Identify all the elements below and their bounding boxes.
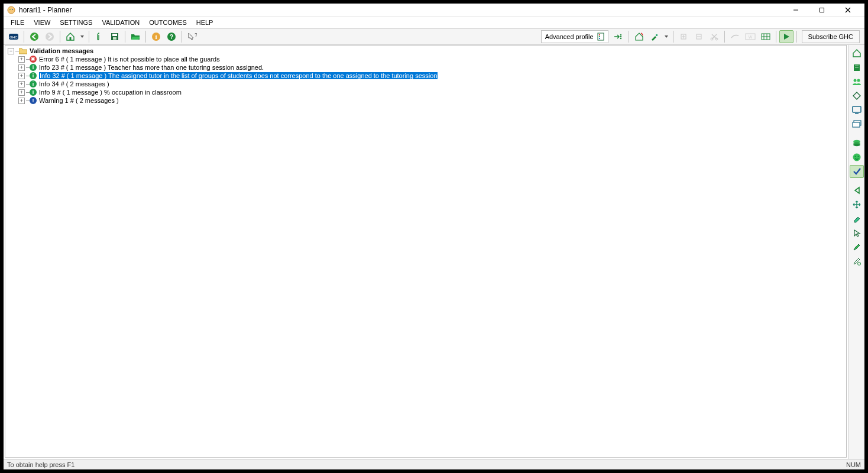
tree-item[interactable]: +✖Error 6 # ( 1 message ) It is not poss… [5,55,846,63]
collapse-icon[interactable]: − [8,48,14,54]
week-button[interactable]: W [743,30,757,43]
profile-icon [597,33,604,41]
ghc-button[interactable]: GHC [7,30,21,43]
forward-button[interactable] [43,30,57,43]
separator [724,31,725,43]
pen-edit-tool[interactable] [850,255,864,268]
maximize-button[interactable] [809,4,835,17]
play-button[interactable] [779,30,793,43]
menu-validation[interactable]: VALIDATION [97,18,144,27]
stack-tool[interactable] [850,137,864,150]
eraser-tool[interactable] [850,212,864,225]
tree-item[interactable]: +iInfo 23 # ( 1 message ) Teacher has mo… [5,63,846,72]
grid-toggle-button[interactable] [759,30,773,43]
tree-item-label: Info 23 # ( 1 message ) Teacher has more… [39,64,264,71]
svg-point-0 [8,7,15,14]
separator [182,31,182,43]
save-button[interactable] [108,30,122,43]
separator [629,31,629,43]
tree-root-label: Validation messages [30,47,93,54]
svg-point-9 [30,33,38,41]
arrow-step-button[interactable] [611,30,626,43]
expand-icon[interactable]: + [18,56,25,63]
profile-label: Advanced profile [545,33,594,40]
menu-outcomes[interactable]: OUTCOMES [144,18,192,27]
screens-tool[interactable] [850,118,864,131]
expand-icon[interactable]: + [18,64,25,71]
info-icon: i [30,64,37,71]
tree-item-label: Error 6 # ( 1 message ) It is not possib… [39,56,220,63]
svg-point-25 [620,36,621,37]
tree-item[interactable]: +iInfo 32 # ( 1 message ) The assigned t… [5,72,846,80]
tree-item-label: Info 34 # ( 2 messages ) [39,80,109,88]
people-tool[interactable] [850,75,864,88]
whats-this-button[interactable]: ? [185,30,199,43]
home-reset-button[interactable] [632,30,646,43]
svg-rect-22 [599,36,600,37]
home-button[interactable] [63,30,77,43]
expand-icon[interactable]: + [18,73,25,79]
pointer-tool[interactable] [850,226,864,239]
svg-rect-20 [598,33,604,40]
svg-text:W: W [748,35,752,39]
separator [673,31,673,43]
tree-item[interactable]: +iInfo 34 # ( 2 messages ) [5,80,846,88]
menu-file[interactable]: FILE [6,18,29,27]
screen-tool[interactable] [850,103,864,116]
info-icon: i [30,72,37,79]
svg-rect-14 [113,37,116,40]
prev-tool[interactable] [850,184,864,197]
window-title: horari1 - Planner [19,6,72,14]
home-dropdown[interactable] [79,30,86,43]
expand-icon[interactable]: + [18,89,25,96]
close-button[interactable] [835,4,861,17]
expand-icon[interactable]: + [18,81,25,88]
validation-tree[interactable]: − Validation messages +✖Error 6 # ( 1 me… [5,45,847,458]
separator [776,31,776,43]
move-tool[interactable] [850,198,864,211]
tree-root[interactable]: − Validation messages [5,47,846,55]
tag-tool[interactable] [850,89,864,102]
svg-point-2 [12,9,13,10]
check-tool[interactable] [850,165,864,178]
statusbar: To obtain help press F1 NUM [4,459,864,469]
svg-point-52 [857,263,860,265]
clear-button[interactable] [728,30,742,43]
smiley-tool[interactable] [850,151,864,164]
zoom-in-button[interactable] [676,30,691,43]
svg-rect-38 [855,66,859,66]
minimize-button[interactable] [783,4,809,17]
help-button[interactable]: ? [164,30,179,43]
svg-point-26 [620,38,621,39]
tree-item-label: Warning 1 # ( 2 messages ) [39,97,119,104]
paint-dropdown[interactable] [663,30,670,43]
info-button[interactable]: i [149,30,163,43]
expand-icon[interactable]: + [18,98,25,104]
separator [89,31,89,43]
book-tool[interactable] [850,61,864,74]
attach-button[interactable] [92,30,106,43]
pen-tool[interactable] [850,241,864,254]
error-icon: ✖ [30,56,37,63]
tree-item[interactable]: +!Warning 1 # ( 2 messages ) [5,96,846,105]
menu-settings[interactable]: SETTINGS [55,18,97,27]
app-icon [7,6,15,14]
menu-help[interactable]: HELP [192,18,218,27]
svg-text:i: i [155,33,157,40]
paint-button[interactable] [647,30,662,43]
content-area: − Validation messages +✖Error 6 # ( 1 me… [4,45,864,459]
profile-dropdown[interactable]: Advanced profile [541,30,608,43]
separator [24,31,24,43]
open-button[interactable] [128,30,142,43]
menu-view[interactable]: VIEW [29,18,55,27]
zoom-out-button[interactable] [692,30,706,43]
home-tool[interactable] [850,47,864,60]
tree-item[interactable]: +iInfo 9 # ( 1 message ) % occupation in… [5,88,846,96]
svg-text:?: ? [195,32,197,38]
folder-icon [19,47,27,54]
svg-point-41 [857,79,860,82]
svg-rect-21 [599,34,600,35]
back-button[interactable] [27,30,41,43]
subscribe-button[interactable]: Subscribe GHC [802,30,860,43]
cut-button[interactable] [707,30,721,43]
